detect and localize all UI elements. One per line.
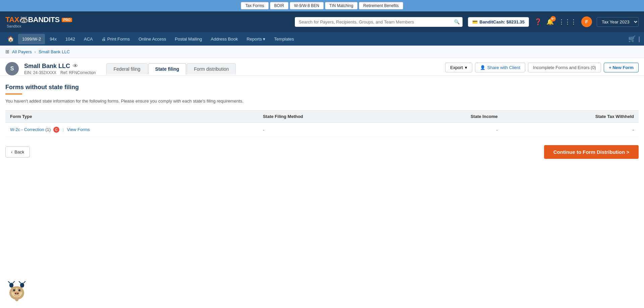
- help-icon-button[interactable]: ❓: [534, 18, 542, 25]
- payer-meta: EIN: 24-352XXXX Ref: RFNCorrection: [24, 70, 96, 75]
- incomplete-forms-button[interactable]: Incomplete Forms and Errors (0): [528, 63, 601, 72]
- tab-form-distribution[interactable]: Form distribution: [187, 63, 236, 74]
- top-bar-boir[interactable]: BOIR: [270, 2, 288, 9]
- table-row: W-2c - Correction (1) C | View Forms - -…: [5, 123, 639, 137]
- col-state-income: State Income: [399, 111, 502, 123]
- cart-icon: 🛒: [628, 35, 636, 43]
- nav-divider: |: [638, 36, 640, 43]
- nav-home-button[interactable]: 🏠: [4, 33, 17, 45]
- view-forms-link[interactable]: View Forms: [67, 127, 90, 132]
- nav-online-access[interactable]: Online Access: [135, 34, 170, 44]
- col-form-type: Form Type: [5, 111, 258, 123]
- eye-icon[interactable]: 👁: [73, 63, 78, 69]
- payer-ein: EIN: 24-352XXXX: [24, 70, 56, 75]
- payer-tabs: Federal filing State filing Form distrib…: [106, 63, 236, 74]
- nav-1042[interactable]: 1042: [61, 34, 79, 44]
- continue-label: Continue to Form Distribution >: [553, 149, 629, 155]
- tab-state-filing[interactable]: State filing: [148, 63, 186, 74]
- bandit-cash-button[interactable]: 💳 BanditCash: $8231.35: [468, 17, 529, 27]
- notification-icon-button[interactable]: 🔔 9+: [546, 18, 554, 25]
- main-content: Forms without state filing You haven't a…: [0, 76, 644, 167]
- export-button[interactable]: Export ▾: [445, 63, 472, 72]
- payer-name: Small Bank LLC: [24, 63, 70, 70]
- pro-badge: PRO: [62, 18, 72, 22]
- top-bar: Tax Forms BOIR W-9/W-8 BEN TIN Matching …: [0, 0, 644, 11]
- col-state-tax-withheld: State Tax Withheld: [502, 111, 639, 123]
- col-state-filing-method: State Filing Method: [258, 111, 399, 123]
- back-button[interactable]: ‹ Back: [5, 146, 30, 158]
- header-icons: ❓ 🔔 9+ ⋮⋮⋮ F Tax Year 2023: [534, 16, 639, 27]
- grid-icon: ⊞: [5, 49, 9, 54]
- section-underline: [5, 94, 22, 95]
- table-body: W-2c - Correction (1) C | View Forms - -…: [5, 123, 639, 137]
- back-label: Back: [14, 149, 24, 155]
- nav-postal-mailing[interactable]: Postal Mailing: [171, 34, 206, 44]
- search-input[interactable]: [295, 17, 463, 27]
- cell-state-filing-method: -: [258, 123, 399, 137]
- top-bar-tin[interactable]: TIN Matching: [325, 2, 358, 9]
- payer-avatar: S: [5, 62, 19, 75]
- apps-icon-button[interactable]: ⋮⋮⋮: [558, 18, 577, 25]
- new-form-button[interactable]: + New Form: [604, 63, 639, 72]
- share-icon: 👤: [480, 65, 485, 70]
- share-with-client-button[interactable]: 👤 Share with Client: [475, 63, 525, 72]
- tax-year-select[interactable]: Tax Year 2023: [597, 17, 639, 27]
- form-count: (1): [45, 127, 51, 132]
- cell-form-type: W-2c - Correction (1) C | View Forms: [5, 123, 258, 137]
- cell-state-income: -: [399, 123, 502, 137]
- payer-ref: Ref: RFNCorrection: [60, 70, 96, 75]
- sandbox-label: Sandbox: [7, 24, 21, 28]
- section-title: Forms without state filing: [5, 84, 639, 91]
- nav-94x[interactable]: 94x: [46, 34, 61, 44]
- payer-header: S Small Bank LLC 👁 EIN: 24-352XXXX Ref: …: [0, 58, 644, 76]
- payer-info: Small Bank LLC 👁 EIN: 24-352XXXX Ref: RF…: [24, 63, 96, 75]
- bandit-cash-icon: 💳: [472, 19, 478, 24]
- back-icon: ‹: [11, 149, 12, 155]
- tab-federal-filing[interactable]: Federal filing: [106, 63, 147, 74]
- top-bar-w9[interactable]: W-9/W-8 BEN: [290, 2, 324, 9]
- breadcrumb-all-payers[interactable]: All Payers: [12, 49, 32, 54]
- nav-aca[interactable]: ACA: [80, 34, 97, 44]
- table-header: Form Type State Filing Method State Inco…: [5, 111, 639, 123]
- logo-area: TAX🦝BANDITS PRO Sandbox: [5, 15, 72, 28]
- search-area: 🔍: [295, 17, 463, 27]
- pipe-separator: |: [62, 127, 63, 132]
- cell-state-tax-withheld: -: [502, 123, 639, 137]
- nav-address-book[interactable]: Address Book: [207, 34, 242, 44]
- dropdown-icon: ▾: [465, 65, 467, 70]
- breadcrumb-separator: ›: [35, 49, 36, 54]
- top-bar-retirement[interactable]: Retirement Benefits: [359, 2, 403, 9]
- logo: TAX🦝BANDITS: [5, 15, 60, 24]
- user-avatar[interactable]: F: [581, 16, 592, 27]
- payer-actions: Export ▾ 👤 Share with Client Incomplete …: [445, 63, 639, 75]
- search-icon-button[interactable]: 🔍: [454, 19, 460, 24]
- nav-bar: 🏠 1099/W-2 94x 1042 ACA 🖨 Print Forms On…: [0, 32, 644, 46]
- nav-1099[interactable]: 1099/W-2: [18, 34, 45, 44]
- bandit-cash-label: BanditCash: $8231.35: [480, 19, 525, 24]
- breadcrumb: ⊞ All Payers › Small Bank LLC: [0, 46, 644, 58]
- nav-print-forms[interactable]: 🖨 Print Forms: [98, 34, 134, 44]
- breadcrumb-current-payer[interactable]: Small Bank LLC: [39, 49, 70, 54]
- notification-badge: 9+: [550, 16, 556, 21]
- form-type-link[interactable]: W-2c - Correction: [10, 127, 44, 132]
- nav-right: 🛒 |: [628, 35, 640, 43]
- nav-reports[interactable]: Reports ▾: [243, 34, 269, 44]
- header: TAX🦝BANDITS PRO Sandbox 🔍 💳 BanditCash: …: [0, 11, 644, 32]
- footer-actions: ‹ Back Continue to Form Distribution >: [5, 145, 639, 159]
- forms-table: Form Type State Filing Method State Inco…: [5, 110, 639, 137]
- section-description: You haven't added state information for …: [5, 99, 639, 104]
- correction-badge: C: [53, 127, 59, 133]
- nav-templates[interactable]: Templates: [270, 34, 298, 44]
- top-bar-tax-forms[interactable]: Tax Forms: [241, 2, 268, 9]
- continue-button[interactable]: Continue to Form Distribution >: [544, 145, 639, 159]
